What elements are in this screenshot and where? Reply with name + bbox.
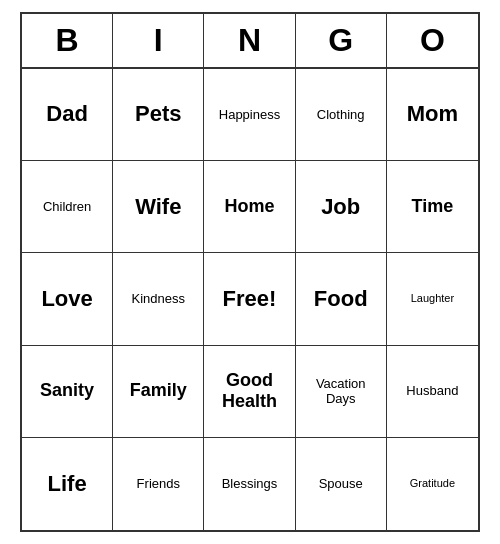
cell-text: Gratitude bbox=[410, 477, 455, 490]
bingo-cell: Mom bbox=[387, 69, 478, 161]
bingo-header: BINGO bbox=[22, 14, 478, 69]
bingo-cell: Home bbox=[204, 161, 295, 253]
cell-text: Mom bbox=[407, 101, 458, 127]
bingo-cell: Food bbox=[296, 253, 387, 345]
cell-text: Job bbox=[321, 194, 360, 220]
header-letter: G bbox=[296, 14, 387, 67]
cell-text: Dad bbox=[46, 101, 88, 127]
bingo-cell: Wife bbox=[113, 161, 204, 253]
cell-text: Food bbox=[314, 286, 368, 312]
bingo-cell: Pets bbox=[113, 69, 204, 161]
bingo-cell: Vacation Days bbox=[296, 346, 387, 438]
cell-text: Sanity bbox=[40, 380, 94, 402]
cell-text: Husband bbox=[406, 383, 458, 399]
bingo-cell: Gratitude bbox=[387, 438, 478, 530]
bingo-cell: Good Health bbox=[204, 346, 295, 438]
cell-text: Laughter bbox=[411, 292, 454, 305]
bingo-card: BINGO DadPetsHappinessClothingMomChildre… bbox=[20, 12, 480, 532]
bingo-cell: Free! bbox=[204, 253, 295, 345]
bingo-grid: DadPetsHappinessClothingMomChildrenWifeH… bbox=[22, 69, 478, 530]
cell-text: Life bbox=[48, 471, 87, 497]
bingo-cell: Love bbox=[22, 253, 113, 345]
bingo-cell: Children bbox=[22, 161, 113, 253]
header-letter: I bbox=[113, 14, 204, 67]
bingo-cell: Husband bbox=[387, 346, 478, 438]
bingo-cell: Job bbox=[296, 161, 387, 253]
bingo-cell: Laughter bbox=[387, 253, 478, 345]
header-letter: O bbox=[387, 14, 478, 67]
bingo-cell: Friends bbox=[113, 438, 204, 530]
cell-text: Home bbox=[224, 196, 274, 218]
bingo-cell: Clothing bbox=[296, 69, 387, 161]
cell-text: Friends bbox=[137, 476, 180, 492]
cell-text: Clothing bbox=[317, 107, 365, 123]
bingo-cell: Dad bbox=[22, 69, 113, 161]
cell-text: Free! bbox=[223, 286, 277, 312]
bingo-cell: Sanity bbox=[22, 346, 113, 438]
bingo-cell: Time bbox=[387, 161, 478, 253]
header-letter: B bbox=[22, 14, 113, 67]
bingo-cell: Kindness bbox=[113, 253, 204, 345]
cell-text: Pets bbox=[135, 101, 181, 127]
cell-text: Children bbox=[43, 199, 91, 215]
cell-text: Kindness bbox=[132, 291, 185, 307]
bingo-cell: Blessings bbox=[204, 438, 295, 530]
cell-text: Family bbox=[130, 380, 187, 402]
cell-text: Good Health bbox=[208, 370, 290, 413]
cell-text: Time bbox=[412, 196, 454, 218]
cell-text: Happiness bbox=[219, 107, 280, 123]
bingo-cell: Happiness bbox=[204, 69, 295, 161]
cell-text: Love bbox=[41, 286, 92, 312]
cell-text: Spouse bbox=[319, 476, 363, 492]
bingo-cell: Spouse bbox=[296, 438, 387, 530]
header-letter: N bbox=[204, 14, 295, 67]
bingo-cell: Life bbox=[22, 438, 113, 530]
cell-text: Blessings bbox=[222, 476, 278, 492]
bingo-cell: Family bbox=[113, 346, 204, 438]
cell-text: Vacation Days bbox=[300, 376, 382, 407]
cell-text: Wife bbox=[135, 194, 181, 220]
